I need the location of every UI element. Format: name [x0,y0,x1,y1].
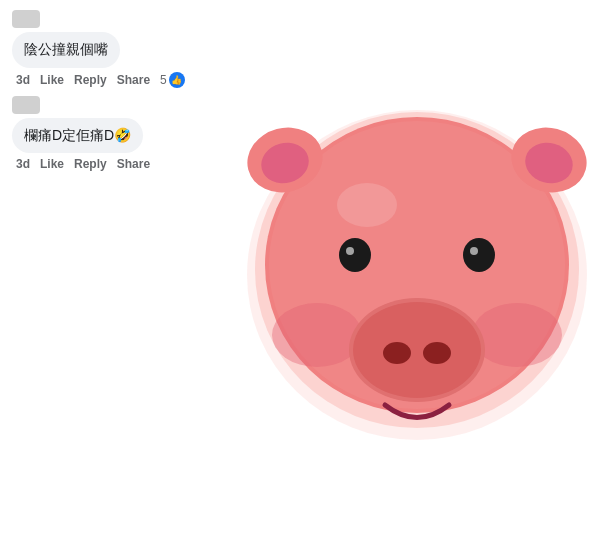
comment-text-2: 欄痛D定佢痛D🤣 [24,127,131,143]
avatar-2 [12,96,40,114]
like-icon-1: 👍 [169,72,185,88]
comment-author-bar-1 [12,10,188,28]
svg-point-11 [346,247,354,255]
svg-point-8 [383,342,411,364]
comment-actions-1: 3d Like Reply Share 5 👍 [16,72,188,88]
comment-actions-2: 3d Like Reply Share [16,157,188,171]
svg-point-9 [423,342,451,364]
avatar-1 [12,10,40,28]
svg-point-4 [272,303,362,367]
reply-button-2[interactable]: Reply [74,157,107,171]
comments-section: 陰公撞親個嘴 3d Like Reply Share 5 👍 欄痛D定佢痛D🤣 … [0,0,200,189]
share-button-2[interactable]: Share [117,157,150,171]
comment-2: 欄痛D定佢痛D🤣 3d Like Reply Share [12,96,188,172]
pig-svg [207,40,597,490]
comment-bubble-1: 陰公撞親個嘴 [12,32,120,68]
like-button-1[interactable]: Like [40,73,64,87]
comment-text-1: 陰公撞親個嘴 [24,41,108,57]
share-button-1[interactable]: Share [117,73,150,87]
svg-point-18 [337,183,397,227]
svg-point-13 [470,247,478,255]
comment-author-bar-2 [12,96,188,114]
svg-point-10 [339,238,371,272]
svg-point-7 [353,302,481,398]
like-count-number-1: 5 [160,73,167,87]
svg-point-12 [463,238,495,272]
comment-time-1: 3d [16,73,30,87]
reply-button-1[interactable]: Reply [74,73,107,87]
like-count-1: 5 👍 [160,72,185,88]
comment-1: 陰公撞親個嘴 3d Like Reply Share 5 👍 [12,10,188,88]
svg-point-5 [472,303,562,367]
comment-bubble-2: 欄痛D定佢痛D🤣 [12,118,143,154]
comment-time-2: 3d [16,157,30,171]
like-button-2[interactable]: Like [40,157,64,171]
pig-illustration [207,40,597,490]
